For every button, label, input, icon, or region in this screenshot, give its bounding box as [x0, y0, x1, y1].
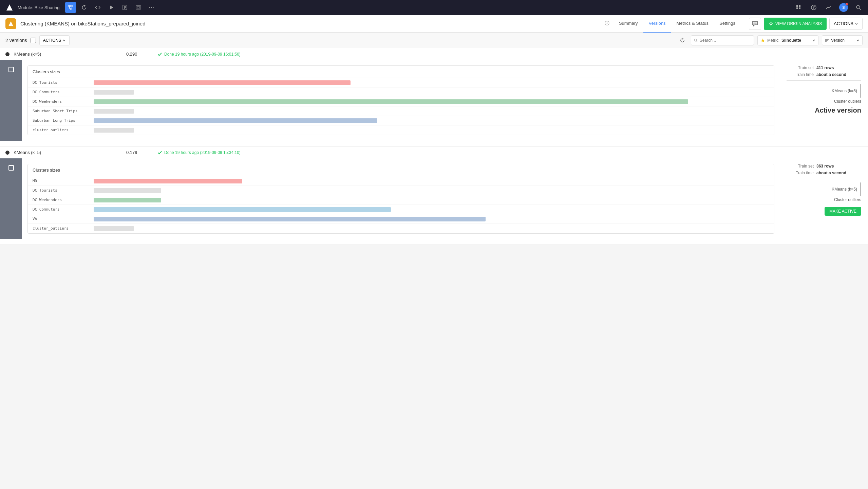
version-2-header[interactable]: KMeans (k=5) 0.179 Done 19 hours ago (20…	[0, 146, 868, 158]
cluster-bar	[94, 99, 688, 104]
trend-icon[interactable]	[823, 2, 834, 13]
cluster-label: DC Commuters	[33, 207, 94, 212]
svg-marker-0	[6, 4, 13, 11]
svg-rect-6	[136, 6, 141, 9]
version-2-detail: Clusters sizes MD DC Tourists DC Weekend…	[0, 158, 868, 244]
cluster-label: VA	[33, 217, 94, 221]
svg-rect-7	[137, 7, 140, 8]
version-1-clusters-title: Clusters sizes	[28, 66, 774, 78]
meta-train-time: Train time about a second	[787, 72, 861, 77]
version-dot-2	[5, 151, 10, 155]
cluster-label: DC Commuters	[33, 90, 94, 94]
help-icon[interactable]	[808, 2, 819, 13]
meta-train-time-value: about a second	[816, 72, 846, 77]
tab-settings[interactable]: Settings	[714, 15, 741, 33]
cluster-outliers-label-1: Cluster outliers	[787, 99, 861, 104]
svg-line-15	[860, 8, 861, 10]
select-all-checkbox[interactable]	[31, 38, 36, 43]
sync-icon[interactable]	[79, 2, 90, 13]
search-box[interactable]	[691, 35, 754, 45]
search-input[interactable]	[700, 38, 751, 43]
refresh-button[interactable]	[677, 35, 687, 45]
tab-versions[interactable]: Versions	[643, 15, 671, 33]
app-title: Module: Bike Sharing	[18, 5, 60, 10]
version-2-meta: Train set 363 rows Train time about a se…	[780, 158, 868, 239]
version-1-clusters-card: Clusters sizes DC Tourists DC Commuters …	[27, 65, 774, 135]
user-avatar[interactable]: S 1	[838, 2, 849, 13]
cluster-bar-area	[94, 99, 769, 104]
metric-label: Metric:	[767, 38, 779, 43]
version-1-name: KMeans (k=5)	[14, 52, 122, 57]
more-icon[interactable]: ···	[147, 2, 157, 13]
cluster-bar-area	[94, 109, 769, 114]
meta-divider-2	[787, 179, 861, 179]
grid-icon[interactable]	[793, 2, 804, 13]
view-origin-button[interactable]: VIEW ORIGIN ANALYSIS	[764, 18, 827, 30]
cluster-bar-area	[94, 226, 769, 231]
model-label-2: KMeans (k=5)	[832, 187, 857, 192]
cluster-row: DC Tourists	[28, 78, 774, 87]
cluster-label: DC Tourists	[33, 188, 94, 193]
link-icon[interactable]	[605, 21, 609, 26]
version-1-meta: Train set 411 rows Train time about a se…	[780, 60, 868, 141]
cluster-bar-area	[94, 197, 769, 203]
cluster-label: Suburban Long Trips	[33, 118, 94, 123]
cluster-row: DC Weekenders	[28, 195, 774, 205]
code-icon[interactable]	[92, 2, 103, 13]
comment-button[interactable]	[749, 18, 761, 30]
metric-select[interactable]: Metric: Silhouette	[757, 35, 818, 45]
module-title: Clustering (KMEANS) on bikeStations_prep…	[20, 21, 601, 26]
version-1-detail: Clusters sizes DC Tourists DC Commuters …	[0, 60, 868, 146]
version-1-header[interactable]: KMeans (k=5) 0.290 Done 19 hours ago (20…	[0, 48, 868, 60]
version-row-1: KMeans (k=5) 0.290 Done 19 hours ago (20…	[0, 48, 868, 146]
deploy-icon[interactable]	[133, 2, 144, 13]
version-2-name: KMeans (k=5)	[14, 150, 122, 155]
sort-select[interactable]: Version	[822, 35, 863, 45]
cluster-row: DC Commuters	[28, 87, 774, 97]
scrollbar-indicator-1	[860, 84, 861, 98]
version-row-2: KMeans (k=5) 0.179 Done 19 hours ago (20…	[0, 146, 868, 245]
search-icon[interactable]	[853, 2, 864, 13]
tab-summary[interactable]: Summary	[614, 15, 643, 33]
report-icon[interactable]	[119, 2, 130, 13]
svg-point-24	[694, 39, 697, 41]
meta-train-set-value-2: 363 rows	[816, 164, 834, 169]
cluster-bar	[94, 118, 377, 123]
cluster-label: cluster_outliers	[33, 226, 94, 231]
version-2-status: Done 19 hours ago (2019-09-09 15:34:10)	[157, 150, 863, 155]
version-2-clusters: Clusters sizes MD DC Tourists DC Weekend…	[22, 158, 780, 239]
version-2-sidebar	[0, 158, 22, 239]
toolbar-actions-button[interactable]: ACTIONS	[39, 35, 70, 45]
version-1-clusters: Clusters sizes DC Tourists DC Commuters …	[22, 60, 780, 141]
svg-marker-1	[110, 5, 113, 9]
run-icon[interactable]	[106, 2, 117, 13]
cluster-bar	[94, 90, 134, 95]
actions-button[interactable]: ACTIONS	[829, 18, 863, 30]
meta-train-set-value: 411 rows	[816, 65, 834, 70]
svg-line-25	[696, 41, 697, 42]
cluster-label: DC Tourists	[33, 80, 94, 85]
tab-metrics-status[interactable]: Metrics & Status	[671, 15, 714, 33]
svg-point-22	[756, 23, 756, 23]
cluster-bar	[94, 109, 134, 114]
version-2-clusters-card: Clusters sizes MD DC Tourists DC Weekend…	[27, 164, 774, 234]
cluster-bar	[94, 207, 391, 212]
svg-rect-11	[799, 7, 800, 9]
meta-train-set-2: Train set 363 rows	[787, 164, 861, 169]
cluster-bar-area	[94, 207, 769, 212]
cluster-bar-area	[94, 128, 769, 133]
version-2-checkbox[interactable]	[8, 165, 14, 171]
make-active-button[interactable]: MAKE ACTIVE	[825, 207, 861, 216]
pipeline-icon[interactable]	[65, 2, 76, 13]
module-icon	[5, 18, 16, 29]
cluster-row: Suburban Short Trips	[28, 106, 774, 116]
cluster-bar-area	[94, 178, 769, 184]
meta-train-time-value-2: about a second	[816, 171, 846, 175]
header-actions: VIEW ORIGIN ANALYSIS ACTIONS	[749, 18, 863, 30]
svg-rect-8	[796, 5, 798, 7]
cluster-row: Suburban Long Trips	[28, 116, 774, 125]
scrollbar-indicator-2	[860, 182, 861, 196]
active-version-label: Active version	[787, 106, 861, 114]
version-1-checkbox[interactable]	[8, 67, 14, 72]
cluster-row: VA	[28, 214, 774, 224]
